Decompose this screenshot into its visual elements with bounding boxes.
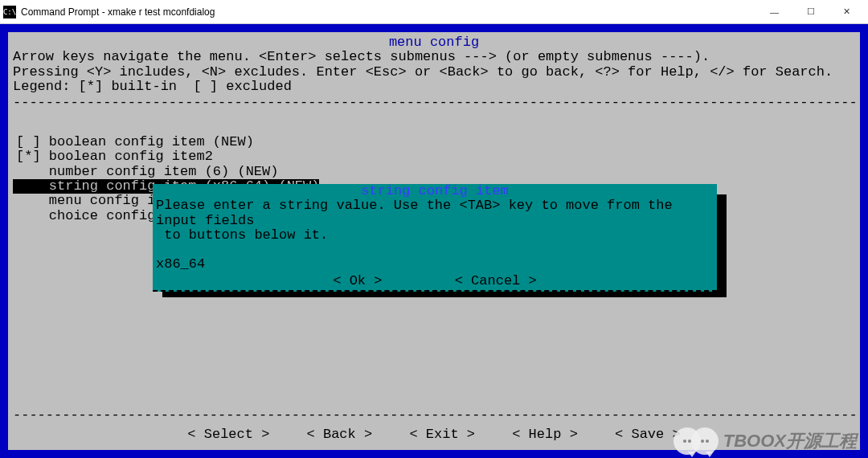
panel-help-text: Arrow keys navigate the menu. <Enter> se… [13,50,855,94]
close-button[interactable]: ✕ [829,0,865,24]
input-dialog: string config item Please enter a string… [153,184,717,292]
select-button[interactable]: < Select > [187,427,269,442]
watermark: TBOOX开源工程 [674,427,857,455]
window-title: Command Prompt - xmake r test mconfdialo… [21,6,756,18]
help-button[interactable]: < Help > [512,427,578,442]
window-controls: — ☐ ✕ [756,0,865,24]
maximize-button[interactable]: ☐ [792,0,829,24]
ok-button[interactable]: < Ok > [333,273,382,288]
wechat-icon [674,427,719,455]
watermark-text: TBOOX开源工程 [723,429,857,453]
exit-button[interactable]: < Exit > [409,427,475,442]
panel-title: menu config [13,35,855,50]
menu-item[interactable]: [ ] boolean config item (NEW) [13,135,855,149]
console-area: menu config Arrow keys navigate the menu… [0,24,868,458]
box-border-bottom: ----------------------------------------… [13,408,855,423]
dialog-body: Please enter a string value. Use the <TA… [156,198,714,243]
box-border-top: ----------------------------------------… [13,96,855,110]
dialog-title: string config item [156,184,714,198]
dialog-input[interactable]: x86_64 [156,257,714,272]
menu-panel: menu config Arrow keys navigate the menu… [8,32,860,450]
window-titlebar: C:\ Command Prompt - xmake r test mconfd… [0,0,868,24]
minimize-button[interactable]: — [756,0,792,24]
cancel-button[interactable]: < Cancel > [455,273,537,288]
save-button[interactable]: < Save > [615,427,681,442]
back-button[interactable]: < Back > [307,427,373,442]
menu-item[interactable]: number config item (6) (NEW) [13,165,855,179]
dialog-buttons: < Ok > < Cancel > [156,274,714,288]
app-icon: C:\ [3,6,16,18]
menu-item[interactable]: [*] boolean config item2 [13,149,855,164]
